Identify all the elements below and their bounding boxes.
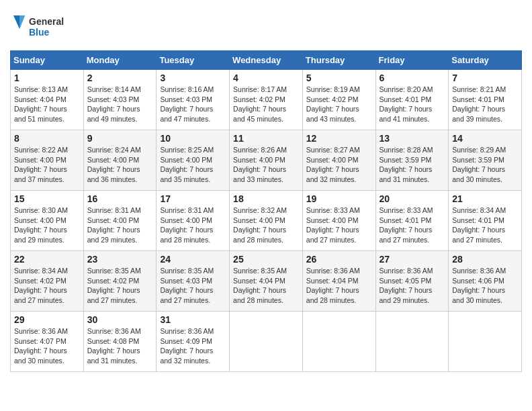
day-info: Sunrise: 8:13 AMSunset: 4:04 PMDaylight:… xyxy=(14,85,80,124)
calendar-cell: 7 Sunrise: 8:21 AMSunset: 4:01 PMDayligh… xyxy=(449,70,522,130)
day-info: Sunrise: 8:19 AMSunset: 4:02 PMDaylight:… xyxy=(306,85,372,124)
calendar-cell: 24 Sunrise: 8:35 AMSunset: 4:03 PMDaylig… xyxy=(157,251,230,312)
day-number: 17 xyxy=(160,193,226,204)
calendar-cell: 12 Sunrise: 8:27 AMSunset: 4:00 PMDaylig… xyxy=(302,130,375,191)
calendar-cell: 4 Sunrise: 8:17 AMSunset: 4:02 PMDayligh… xyxy=(230,70,303,130)
calendar-cell: 23 Sunrise: 8:35 AMSunset: 4:02 PMDaylig… xyxy=(83,251,157,312)
calendar-cell: 20 Sunrise: 8:33 AMSunset: 4:01 PMDaylig… xyxy=(375,191,449,251)
day-info: Sunrise: 8:36 AMSunset: 4:06 PMDaylight:… xyxy=(452,266,518,306)
calendar-table: SundayMondayTuesdayWednesdayThursdayFrid… xyxy=(10,50,522,372)
weekday-header-thursday: Thursday xyxy=(302,51,375,70)
calendar-cell xyxy=(449,312,522,372)
calendar-cell: 13 Sunrise: 8:28 AMSunset: 3:59 PMDaylig… xyxy=(375,130,449,191)
day-number: 10 xyxy=(160,133,226,144)
calendar-cell: 27 Sunrise: 8:36 AMSunset: 4:05 PMDaylig… xyxy=(375,251,449,312)
calendar-cell: 1 Sunrise: 8:13 AMSunset: 4:04 PMDayligh… xyxy=(11,70,84,130)
day-number: 15 xyxy=(14,193,80,204)
day-info: Sunrise: 8:17 AMSunset: 4:02 PMDaylight:… xyxy=(233,85,299,124)
weekday-header-friday: Friday xyxy=(375,51,449,70)
day-info: Sunrise: 8:28 AMSunset: 3:59 PMDaylight:… xyxy=(380,145,445,185)
day-number: 25 xyxy=(233,254,299,265)
calendar-cell: 3 Sunrise: 8:16 AMSunset: 4:03 PMDayligh… xyxy=(157,70,230,130)
day-number: 28 xyxy=(452,254,518,265)
day-info: Sunrise: 8:31 AMSunset: 4:00 PMDaylight:… xyxy=(87,205,153,245)
weekday-header-sunday: Sunday xyxy=(11,51,84,70)
svg-text:Blue: Blue xyxy=(29,27,50,38)
day-info: Sunrise: 8:35 AMSunset: 4:04 PMDaylight:… xyxy=(233,266,299,306)
day-info: Sunrise: 8:14 AMSunset: 4:03 PMDaylight:… xyxy=(87,85,153,124)
day-info: Sunrise: 8:20 AMSunset: 4:01 PMDaylight:… xyxy=(380,85,445,124)
day-info: Sunrise: 8:29 AMSunset: 3:59 PMDaylight:… xyxy=(452,145,518,185)
day-number: 31 xyxy=(160,314,226,325)
day-number: 8 xyxy=(14,133,80,144)
day-info: Sunrise: 8:16 AMSunset: 4:03 PMDaylight:… xyxy=(160,85,226,124)
day-number: 22 xyxy=(14,254,80,265)
calendar-cell: 5 Sunrise: 8:19 AMSunset: 4:02 PMDayligh… xyxy=(302,70,375,130)
calendar-cell: 15 Sunrise: 8:30 AMSunset: 4:00 PMDaylig… xyxy=(11,191,84,251)
day-info: Sunrise: 8:36 AMSunset: 4:05 PMDaylight:… xyxy=(380,266,445,306)
calendar-cell: 19 Sunrise: 8:33 AMSunset: 4:00 PMDaylig… xyxy=(302,191,375,251)
day-info: Sunrise: 8:34 AMSunset: 4:01 PMDaylight:… xyxy=(452,205,518,245)
day-info: Sunrise: 8:31 AMSunset: 4:00 PMDaylight:… xyxy=(160,205,226,245)
day-info: Sunrise: 8:25 AMSunset: 4:00 PMDaylight:… xyxy=(160,145,226,185)
day-number: 4 xyxy=(233,73,299,83)
calendar-cell: 14 Sunrise: 8:29 AMSunset: 3:59 PMDaylig… xyxy=(449,130,522,191)
day-number: 3 xyxy=(160,73,226,83)
calendar-cell: 28 Sunrise: 8:36 AMSunset: 4:06 PMDaylig… xyxy=(449,251,522,312)
calendar-week-1: 1 Sunrise: 8:13 AMSunset: 4:04 PMDayligh… xyxy=(11,70,522,130)
calendar-cell: 30 Sunrise: 8:36 AMSunset: 4:08 PMDaylig… xyxy=(83,312,157,372)
day-number: 19 xyxy=(306,193,372,204)
calendar-week-5: 29 Sunrise: 8:36 AMSunset: 4:07 PMDaylig… xyxy=(11,312,522,372)
calendar-cell: 16 Sunrise: 8:31 AMSunset: 4:00 PMDaylig… xyxy=(83,191,157,251)
day-number: 2 xyxy=(87,73,153,83)
day-number: 12 xyxy=(306,133,372,144)
day-number: 7 xyxy=(452,73,518,83)
calendar-cell: 2 Sunrise: 8:14 AMSunset: 4:03 PMDayligh… xyxy=(83,70,157,130)
day-info: Sunrise: 8:26 AMSunset: 4:00 PMDaylight:… xyxy=(233,145,299,185)
calendar-cell xyxy=(302,312,375,372)
day-number: 30 xyxy=(87,314,153,325)
day-number: 6 xyxy=(380,73,445,83)
day-number: 18 xyxy=(233,193,299,204)
calendar-week-2: 8 Sunrise: 8:22 AMSunset: 4:00 PMDayligh… xyxy=(11,130,522,191)
calendar-cell: 21 Sunrise: 8:34 AMSunset: 4:01 PMDaylig… xyxy=(449,191,522,251)
logo-icon: General Blue xyxy=(10,10,64,44)
calendar-cell: 22 Sunrise: 8:34 AMSunset: 4:02 PMDaylig… xyxy=(11,251,84,312)
day-info: Sunrise: 8:33 AMSunset: 4:00 PMDaylight:… xyxy=(306,205,372,245)
day-number: 27 xyxy=(380,254,445,265)
weekday-header-saturday: Saturday xyxy=(449,51,522,70)
weekday-header-wednesday: Wednesday xyxy=(230,51,303,70)
day-info: Sunrise: 8:34 AMSunset: 4:02 PMDaylight:… xyxy=(14,266,80,306)
calendar-week-3: 15 Sunrise: 8:30 AMSunset: 4:00 PMDaylig… xyxy=(11,191,522,251)
calendar-cell: 25 Sunrise: 8:35 AMSunset: 4:04 PMDaylig… xyxy=(230,251,303,312)
weekday-header-monday: Monday xyxy=(83,51,157,70)
svg-marker-3 xyxy=(19,15,25,29)
calendar-cell xyxy=(375,312,449,372)
day-info: Sunrise: 8:35 AMSunset: 4:02 PMDaylight:… xyxy=(87,266,153,306)
day-info: Sunrise: 8:36 AMSunset: 4:07 PMDaylight:… xyxy=(14,326,80,366)
day-info: Sunrise: 8:36 AMSunset: 4:04 PMDaylight:… xyxy=(306,266,372,306)
calendar-cell: 18 Sunrise: 8:32 AMSunset: 4:00 PMDaylig… xyxy=(230,191,303,251)
calendar-week-4: 22 Sunrise: 8:34 AMSunset: 4:02 PMDaylig… xyxy=(11,251,522,312)
day-number: 13 xyxy=(380,133,445,144)
header: General Blue xyxy=(10,10,522,44)
day-number: 26 xyxy=(306,254,372,265)
day-number: 14 xyxy=(452,133,518,144)
day-number: 29 xyxy=(14,314,80,325)
day-number: 23 xyxy=(87,254,153,265)
day-info: Sunrise: 8:36 AMSunset: 4:09 PMDaylight:… xyxy=(160,326,226,366)
day-number: 24 xyxy=(160,254,226,265)
day-info: Sunrise: 8:35 AMSunset: 4:03 PMDaylight:… xyxy=(160,266,226,306)
day-info: Sunrise: 8:24 AMSunset: 4:00 PMDaylight:… xyxy=(87,145,153,185)
day-number: 1 xyxy=(14,73,80,83)
calendar-cell: 26 Sunrise: 8:36 AMSunset: 4:04 PMDaylig… xyxy=(302,251,375,312)
calendar-cell: 6 Sunrise: 8:20 AMSunset: 4:01 PMDayligh… xyxy=(375,70,449,130)
day-number: 21 xyxy=(452,193,518,204)
calendar-cell: 10 Sunrise: 8:25 AMSunset: 4:00 PMDaylig… xyxy=(157,130,230,191)
calendar-cell: 8 Sunrise: 8:22 AMSunset: 4:00 PMDayligh… xyxy=(11,130,84,191)
calendar-cell: 11 Sunrise: 8:26 AMSunset: 4:00 PMDaylig… xyxy=(230,130,303,191)
day-number: 9 xyxy=(87,133,153,144)
day-number: 5 xyxy=(306,73,372,83)
calendar-cell: 29 Sunrise: 8:36 AMSunset: 4:07 PMDaylig… xyxy=(11,312,84,372)
day-number: 20 xyxy=(380,193,445,204)
